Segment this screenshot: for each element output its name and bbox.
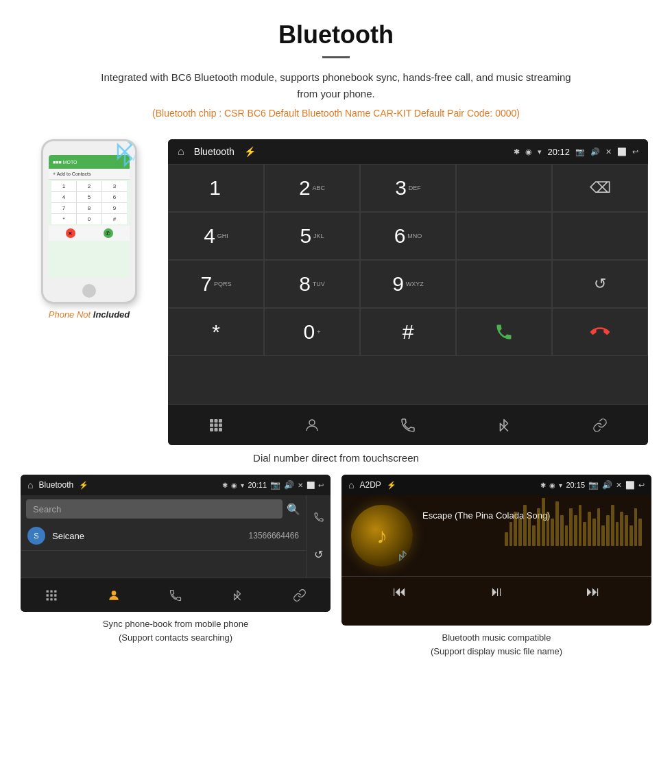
phone-key-7[interactable]: 7 bbox=[51, 203, 76, 213]
music-cam-icon: 📷 bbox=[588, 480, 599, 490]
car-usb-icon: ⚡ bbox=[244, 146, 256, 157]
car-nav-contacts[interactable] bbox=[264, 405, 360, 445]
car-nav-dialpad[interactable] bbox=[168, 405, 264, 445]
pb-caption-line1: Sync phone-book from mobile phone bbox=[23, 617, 328, 631]
car-x-icon[interactable]: ✕ bbox=[605, 147, 612, 156]
dial-key-3[interactable]: 3 DEF bbox=[360, 164, 456, 212]
music-next-btn[interactable]: ⏭ bbox=[586, 584, 600, 599]
music-eq-bars bbox=[505, 505, 642, 546]
pb-right-icons: ↺ bbox=[306, 495, 331, 578]
bluetooth-wave-icon bbox=[111, 139, 137, 174]
music-album-art: ♪ bbox=[351, 505, 413, 567]
eq-bar bbox=[588, 512, 591, 546]
svg-point-20 bbox=[111, 591, 116, 595]
dial-key-8[interactable]: 8 TUV bbox=[264, 260, 360, 308]
music-caption-line1: Bluetooth music compatible bbox=[344, 631, 649, 645]
music-status-bar: ⌂ A2DP ⚡ ✱ ◉ ▾ 20:15 📷 🔊 ✕ ⬜ ↩ bbox=[341, 475, 651, 495]
dial-key-6[interactable]: 6 MNO bbox=[360, 212, 456, 260]
phone-container: ■■■ MOTO + Add to Contacts 1 2 3 4 5 6 7… bbox=[24, 139, 154, 320]
pb-body: Search 🔍 S Seicane 13566664466 ↺ bbox=[21, 495, 331, 578]
car-window-icon[interactable]: ⬜ bbox=[617, 147, 627, 156]
phone-home-btn[interactable] bbox=[82, 284, 96, 298]
car-nav-calls[interactable] bbox=[360, 405, 456, 445]
dial-end-btn[interactable] bbox=[552, 308, 648, 356]
dial-key-5[interactable]: 5 JKL bbox=[264, 212, 360, 260]
car-bottom-nav bbox=[168, 404, 648, 445]
music-usb-icon: ⚡ bbox=[387, 481, 396, 490]
dial-key-0[interactable]: 0 + bbox=[264, 308, 360, 356]
dial-refresh-btn[interactable]: ↺ bbox=[552, 260, 648, 308]
car-nav-bluetooth[interactable] bbox=[456, 405, 552, 445]
phone-key-2[interactable]: 2 bbox=[77, 181, 101, 191]
car-back-icon[interactable]: ↩ bbox=[632, 147, 638, 156]
pb-nav-calls2[interactable] bbox=[145, 578, 206, 612]
phone-end-btn[interactable]: ✕ bbox=[66, 228, 75, 238]
bottom-screens: ⌂ Bluetooth ⚡ ✱ ◉ ▾ 20:11 📷 🔊 ✕ ⬜ ↩ bbox=[0, 475, 672, 658]
phonebook-screen: ⌂ Bluetooth ⚡ ✱ ◉ ▾ 20:11 📷 🔊 ✕ ⬜ ↩ bbox=[21, 475, 331, 612]
svg-rect-12 bbox=[51, 590, 53, 592]
pb-nav-dialpad[interactable] bbox=[21, 578, 82, 612]
dial-key-hash[interactable]: # bbox=[360, 308, 456, 356]
dial-call-btn[interactable] bbox=[456, 308, 552, 356]
phone-key-3[interactable]: 3 bbox=[102, 181, 127, 191]
pb-nav-bluetooth2[interactable] bbox=[206, 578, 268, 612]
eq-bar bbox=[634, 508, 638, 546]
phone-key-6[interactable]: 6 bbox=[102, 192, 127, 202]
pb-nav-link2[interactable] bbox=[269, 578, 331, 612]
car-time: 20:12 bbox=[547, 147, 570, 157]
pb-contact-row[interactable]: S Seicane 13566664466 bbox=[21, 521, 306, 551]
pb-bt-icon: ✱ bbox=[222, 482, 228, 489]
phone-key-5[interactable]: 5 bbox=[77, 192, 101, 202]
dial-key-star[interactable]: * bbox=[168, 308, 264, 356]
pb-caption: Sync phone-book from mobile phone (Suppo… bbox=[21, 612, 331, 644]
dial-key-2[interactable]: 2 ABC bbox=[264, 164, 360, 212]
car-camera-icon[interactable]: 📷 bbox=[575, 147, 585, 156]
dial-key-7[interactable]: 7 PQRS bbox=[168, 260, 264, 308]
pb-refresh-icon[interactable]: ↺ bbox=[314, 548, 323, 561]
phone-key-hash[interactable]: # bbox=[102, 214, 127, 224]
car-status-title: Bluetooth bbox=[194, 146, 235, 157]
phone-key-star[interactable]: * bbox=[51, 214, 76, 224]
car-home-icon[interactable]: ⌂ bbox=[178, 145, 184, 158]
phone-status-text: ■■■ MOTO bbox=[53, 160, 77, 165]
pb-call-icon[interactable] bbox=[313, 512, 324, 525]
phone-key-8[interactable]: 8 bbox=[77, 203, 101, 213]
pb-x-icon[interactable]: ✕ bbox=[298, 482, 303, 489]
pb-back-icon[interactable]: ↩ bbox=[318, 482, 324, 489]
phone-call-btn[interactable]: ✆ bbox=[104, 228, 113, 238]
phone-key-4[interactable]: 4 bbox=[51, 192, 76, 202]
pb-win-icon[interactable]: ⬜ bbox=[307, 482, 315, 489]
dial-backspace-btn[interactable]: ⌫ bbox=[552, 164, 648, 212]
svg-rect-17 bbox=[47, 598, 49, 600]
music-x-icon[interactable]: ✕ bbox=[616, 481, 622, 490]
music-play-btn[interactable]: ⏯ bbox=[490, 584, 503, 599]
dial-empty-2 bbox=[456, 212, 552, 260]
svg-rect-14 bbox=[47, 594, 49, 596]
eq-bar bbox=[523, 505, 527, 546]
pb-nav-contacts[interactable] bbox=[82, 578, 144, 612]
music-controls: ⏮ ⏯ ⏭ bbox=[341, 576, 651, 609]
pb-bottom-nav bbox=[21, 578, 331, 612]
dial-key-9[interactable]: 9 WXYZ bbox=[360, 260, 456, 308]
phone-bottom-bar: ✕ ✆ bbox=[49, 226, 130, 241]
pb-search-icon[interactable]: 🔍 bbox=[287, 503, 300, 516]
music-back-icon[interactable]: ↩ bbox=[638, 481, 645, 490]
svg-rect-18 bbox=[51, 598, 53, 600]
phone-key-0[interactable]: 0 bbox=[77, 214, 101, 224]
pb-caption-line2: (Support contacts searching) bbox=[23, 631, 328, 645]
pb-home-icon[interactable]: ⌂ bbox=[27, 479, 33, 490]
car-nav-link[interactable] bbox=[552, 405, 648, 445]
music-win-icon[interactable]: ⬜ bbox=[625, 481, 635, 490]
phone-key-1[interactable]: 1 bbox=[51, 181, 76, 191]
eq-bar bbox=[551, 519, 554, 546]
pb-status-left: ⌂ Bluetooth ⚡ bbox=[27, 479, 88, 490]
music-loc-icon: ◉ bbox=[549, 482, 555, 489]
car-volume-icon[interactable]: 🔊 bbox=[590, 147, 600, 156]
phone-key-9[interactable]: 9 bbox=[102, 203, 127, 213]
music-home-icon[interactable]: ⌂ bbox=[348, 479, 354, 490]
dial-key-1[interactable]: 1 bbox=[168, 164, 264, 212]
music-vol-icon: 🔊 bbox=[602, 480, 612, 490]
eq-bar bbox=[555, 501, 559, 546]
music-prev-btn[interactable]: ⏮ bbox=[393, 584, 407, 599]
dial-key-4[interactable]: 4 GHI bbox=[168, 212, 264, 260]
